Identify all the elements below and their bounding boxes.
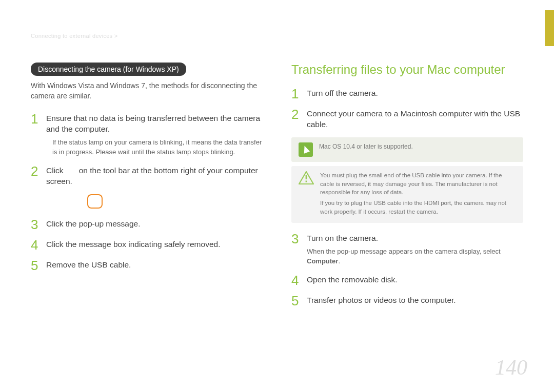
step-number: 2	[31, 164, 46, 187]
step-subtext: When the pop-up message appears on the c…	[307, 247, 523, 266]
page-number: 140	[495, 355, 527, 380]
step-number: 1	[31, 112, 46, 157]
warning-box: You must plug the small end of the USB c…	[291, 166, 523, 223]
toolbar-icon-placeholder	[87, 194, 103, 209]
breadcrumb: Connecting to external devices >	[31, 33, 118, 39]
step-2: 2 Connect your camera to a Macintosh com…	[291, 108, 523, 130]
step-subtext: If the status lamp on your camera is bli…	[52, 138, 263, 157]
step-3: 3 Click the pop-up message.	[31, 218, 263, 231]
step-body: Turn on the camera. When the pop-up mess…	[307, 232, 523, 266]
step-5: 5 Remove the USB cable.	[31, 259, 263, 272]
step-3: 3 Turn on the camera. When the pop-up me…	[291, 232, 523, 266]
left-column: Disconnecting the camera (for Windows XP…	[31, 63, 263, 315]
warning-text: You must plug the small end of the USB c…	[320, 171, 516, 218]
pen-icon	[299, 142, 313, 157]
warning-p2: If you try to plug the USB cable into th…	[320, 199, 516, 216]
sub-c: .	[338, 257, 340, 265]
step-4: 4 Click the message box indicating safel…	[31, 238, 263, 252]
step-1: 1 Turn off the camera.	[291, 87, 523, 100]
step-number: 2	[291, 108, 307, 130]
step-body: Remove the USB cable.	[46, 259, 263, 272]
step-body: Transfer photos or videos to the compute…	[307, 294, 523, 307]
step-body: Click the message box indicating safely …	[46, 238, 263, 252]
step-body: Turn off the camera.	[307, 87, 523, 100]
step-number: 3	[291, 232, 307, 266]
step-number: 5	[31, 259, 46, 272]
step-text-a: Click	[46, 166, 66, 175]
step-number: 5	[291, 294, 307, 307]
intro-text: With Windows Vista and Windows 7, the me…	[31, 81, 263, 101]
note-box: Mac OS 10.4 or later is supported.	[291, 137, 523, 162]
step-text: Ensure that no data is being transferred…	[46, 114, 260, 133]
step-body: Ensure that no data is being transferred…	[46, 112, 263, 157]
svg-rect-2	[306, 180, 307, 182]
step-body: Click on the tool bar at the bottom righ…	[46, 164, 263, 187]
step-number: 4	[291, 274, 307, 287]
right-column: Transferring files to your Mac computer …	[291, 63, 523, 315]
sub-a: When the pop-up message appears on the c…	[307, 247, 501, 255]
step-number: 3	[31, 218, 46, 231]
step-body: Connect your camera to a Macintosh compu…	[307, 108, 523, 130]
section-tab	[545, 10, 554, 46]
subsection-pill: Disconnecting the camera (for Windows XP…	[31, 63, 186, 76]
step-text: Turn on the camera.	[307, 234, 378, 242]
svg-rect-1	[306, 175, 307, 179]
step-number: 1	[291, 87, 307, 100]
step-5: 5 Transfer photos or videos to the compu…	[291, 294, 523, 307]
step-body: Open the removable disk.	[307, 274, 523, 287]
step-4: 4 Open the removable disk.	[291, 274, 523, 287]
sub-b: Computer	[307, 257, 338, 265]
section-title: Transferring files to your Mac computer	[291, 63, 523, 77]
warning-icon	[299, 171, 314, 184]
step-number: 4	[31, 238, 46, 252]
step-1: 1 Ensure that no data is being transferr…	[31, 112, 263, 157]
note-text: Mac OS 10.4 or later is supported.	[319, 142, 413, 151]
warning-p1: You must plug the small end of the USB c…	[320, 171, 516, 197]
page-content: Disconnecting the camera (for Windows XP…	[31, 63, 523, 315]
step-2: 2 Click on the tool bar at the bottom ri…	[31, 164, 263, 187]
step-body: Click the pop-up message.	[46, 218, 263, 231]
step-text-b: on the tool bar at the bottom right of y…	[46, 166, 258, 185]
